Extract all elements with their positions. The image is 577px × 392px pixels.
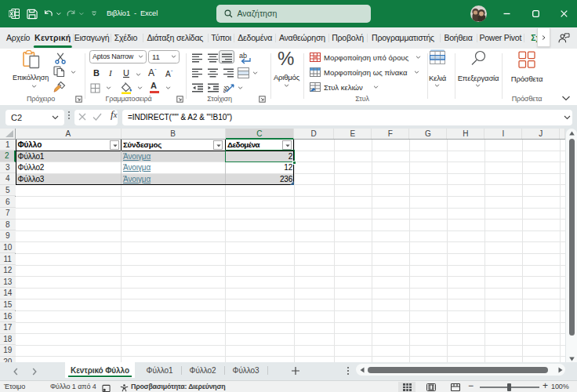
svg-text:ab: ab — [239, 52, 247, 60]
